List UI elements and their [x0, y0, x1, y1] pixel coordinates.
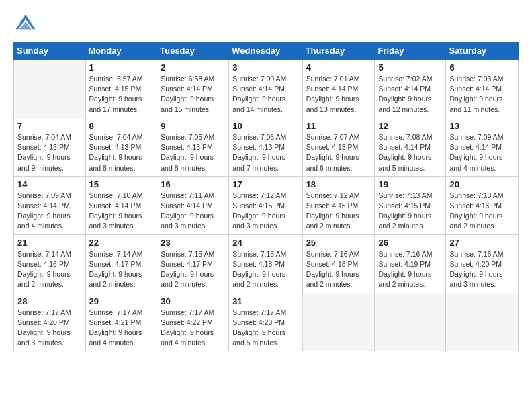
calendar-week-row-5: 28Sunrise: 7:17 AMSunset: 4:20 PMDayligh… — [14, 293, 519, 351]
day-info: Sunrise: 7:00 AMSunset: 4:14 PMDaylight:… — [232, 74, 298, 115]
logo-icon — [13, 12, 38, 36]
day-info: Sunrise: 7:12 AMSunset: 4:15 PMDaylight:… — [232, 191, 298, 232]
day-info: Sunrise: 6:58 AMSunset: 4:14 PMDaylight:… — [161, 74, 225, 115]
day-info: Sunrise: 7:01 AMSunset: 4:14 PMDaylight:… — [306, 74, 371, 115]
calendar-week-row-3: 14Sunrise: 7:09 AMSunset: 4:14 PMDayligh… — [14, 176, 519, 234]
day-number: 15 — [89, 179, 154, 189]
calendar-cell: 28Sunrise: 7:17 AMSunset: 4:20 PMDayligh… — [14, 293, 86, 351]
day-info: Sunrise: 7:11 AMSunset: 4:14 PMDaylight:… — [161, 191, 225, 232]
day-info: Sunrise: 7:12 AMSunset: 4:15 PMDaylight:… — [306, 191, 371, 232]
day-info: Sunrise: 7:16 AMSunset: 4:19 PMDaylight:… — [378, 249, 442, 290]
day-number: 28 — [17, 296, 82, 306]
day-number: 24 — [232, 238, 298, 248]
calendar-cell: 15Sunrise: 7:10 AMSunset: 4:14 PMDayligh… — [85, 176, 157, 234]
day-info: Sunrise: 7:03 AMSunset: 4:14 PMDaylight:… — [449, 74, 515, 115]
day-number: 23 — [161, 238, 225, 248]
day-number: 30 — [161, 296, 225, 306]
day-number: 12 — [378, 121, 442, 131]
day-number: 17 — [232, 179, 298, 189]
day-number: 25 — [306, 238, 371, 248]
weekday-header-tuesday: Tuesday — [157, 42, 229, 60]
calendar-cell: 7Sunrise: 7:04 AMSunset: 4:13 PMDaylight… — [14, 118, 86, 176]
day-number: 21 — [17, 238, 82, 248]
calendar-cell — [375, 293, 446, 351]
day-number: 31 — [232, 296, 298, 306]
calendar-cell: 31Sunrise: 7:17 AMSunset: 4:23 PMDayligh… — [229, 293, 302, 351]
day-number: 20 — [449, 179, 515, 189]
day-number: 9 — [161, 121, 225, 131]
day-info: Sunrise: 7:17 AMSunset: 4:23 PMDaylight:… — [232, 308, 298, 349]
calendar-cell: 27Sunrise: 7:16 AMSunset: 4:20 PMDayligh… — [446, 234, 519, 293]
day-info: Sunrise: 7:17 AMSunset: 4:21 PMDaylight:… — [89, 308, 154, 349]
calendar-cell: 23Sunrise: 7:15 AMSunset: 4:17 PMDayligh… — [157, 234, 229, 293]
logo — [13, 12, 40, 36]
calendar-cell — [302, 293, 375, 351]
calendar-cell: 30Sunrise: 7:17 AMSunset: 4:22 PMDayligh… — [157, 293, 229, 351]
day-number: 22 — [89, 238, 154, 248]
calendar-cell: 17Sunrise: 7:12 AMSunset: 4:15 PMDayligh… — [229, 176, 302, 234]
day-info: Sunrise: 7:14 AMSunset: 4:17 PMDaylight:… — [89, 249, 154, 290]
calendar-cell: 5Sunrise: 7:02 AMSunset: 4:14 PMDaylight… — [375, 60, 446, 118]
calendar-cell: 2Sunrise: 6:58 AMSunset: 4:14 PMDaylight… — [157, 60, 229, 118]
day-info: Sunrise: 7:14 AMSunset: 4:16 PMDaylight:… — [17, 249, 82, 290]
calendar-cell: 8Sunrise: 7:04 AMSunset: 4:13 PMDaylight… — [85, 118, 157, 176]
weekday-header-saturday: Saturday — [446, 42, 519, 60]
day-info: Sunrise: 7:17 AMSunset: 4:20 PMDaylight:… — [17, 308, 82, 349]
day-number: 18 — [306, 179, 371, 189]
page: SundayMondayTuesdayWednesdayThursdayFrid… — [0, 0, 532, 411]
day-number: 19 — [378, 179, 442, 189]
weekday-header-row: SundayMondayTuesdayWednesdayThursdayFrid… — [14, 42, 519, 60]
day-info: Sunrise: 7:07 AMSunset: 4:13 PMDaylight:… — [306, 132, 371, 173]
weekday-header-thursday: Thursday — [302, 42, 375, 60]
day-info: Sunrise: 7:16 AMSunset: 4:20 PMDaylight:… — [449, 249, 515, 290]
day-info: Sunrise: 7:08 AMSunset: 4:14 PMDaylight:… — [378, 132, 442, 173]
calendar-cell: 10Sunrise: 7:06 AMSunset: 4:13 PMDayligh… — [229, 118, 302, 176]
calendar-week-row-1: 1Sunrise: 6:57 AMSunset: 4:15 PMDaylight… — [14, 60, 519, 118]
day-number: 13 — [449, 121, 515, 131]
calendar-cell — [446, 293, 519, 351]
calendar-cell: 25Sunrise: 7:16 AMSunset: 4:18 PMDayligh… — [302, 234, 375, 293]
weekday-header-monday: Monday — [85, 42, 157, 60]
calendar-cell: 22Sunrise: 7:14 AMSunset: 4:17 PMDayligh… — [85, 234, 157, 293]
day-info: Sunrise: 7:17 AMSunset: 4:22 PMDaylight:… — [161, 308, 225, 349]
day-info: Sunrise: 6:57 AMSunset: 4:15 PMDaylight:… — [89, 74, 154, 115]
calendar-cell: 14Sunrise: 7:09 AMSunset: 4:14 PMDayligh… — [14, 176, 86, 234]
day-number: 2 — [161, 62, 225, 73]
day-info: Sunrise: 7:15 AMSunset: 4:18 PMDaylight:… — [232, 249, 298, 290]
calendar-cell: 18Sunrise: 7:12 AMSunset: 4:15 PMDayligh… — [302, 176, 375, 234]
calendar-cell: 1Sunrise: 6:57 AMSunset: 4:15 PMDaylight… — [85, 60, 157, 118]
day-number: 10 — [232, 121, 298, 131]
day-number: 29 — [89, 296, 154, 306]
calendar-table: SundayMondayTuesdayWednesdayThursdayFrid… — [13, 42, 519, 351]
day-info: Sunrise: 7:04 AMSunset: 4:13 PMDaylight:… — [17, 132, 82, 173]
calendar-cell: 3Sunrise: 7:00 AMSunset: 4:14 PMDaylight… — [229, 60, 302, 118]
day-number: 3 — [232, 62, 298, 73]
day-info: Sunrise: 7:06 AMSunset: 4:13 PMDaylight:… — [232, 132, 298, 173]
day-info: Sunrise: 7:13 AMSunset: 4:16 PMDaylight:… — [449, 191, 515, 232]
calendar-cell: 29Sunrise: 7:17 AMSunset: 4:21 PMDayligh… — [85, 293, 157, 351]
calendar-cell: 20Sunrise: 7:13 AMSunset: 4:16 PMDayligh… — [446, 176, 519, 234]
day-info: Sunrise: 7:15 AMSunset: 4:17 PMDaylight:… — [161, 249, 225, 290]
day-info: Sunrise: 7:04 AMSunset: 4:13 PMDaylight:… — [89, 132, 154, 173]
calendar-cell — [14, 60, 86, 118]
calendar-cell: 4Sunrise: 7:01 AMSunset: 4:14 PMDaylight… — [302, 60, 375, 118]
day-number: 5 — [378, 62, 442, 73]
day-number: 1 — [89, 62, 154, 73]
day-number: 14 — [17, 179, 82, 189]
day-number: 27 — [449, 238, 515, 248]
calendar-week-row-2: 7Sunrise: 7:04 AMSunset: 4:13 PMDaylight… — [14, 118, 519, 176]
calendar-cell: 26Sunrise: 7:16 AMSunset: 4:19 PMDayligh… — [375, 234, 446, 293]
day-info: Sunrise: 7:13 AMSunset: 4:15 PMDaylight:… — [378, 191, 442, 232]
day-number: 6 — [449, 62, 515, 73]
calendar-cell: 19Sunrise: 7:13 AMSunset: 4:15 PMDayligh… — [375, 176, 446, 234]
calendar-cell: 9Sunrise: 7:05 AMSunset: 4:13 PMDaylight… — [157, 118, 229, 176]
day-info: Sunrise: 7:10 AMSunset: 4:14 PMDaylight:… — [89, 191, 154, 232]
day-info: Sunrise: 7:09 AMSunset: 4:14 PMDaylight:… — [17, 191, 82, 232]
calendar-cell: 6Sunrise: 7:03 AMSunset: 4:14 PMDaylight… — [446, 60, 519, 118]
calendar-cell: 21Sunrise: 7:14 AMSunset: 4:16 PMDayligh… — [14, 234, 86, 293]
calendar-cell: 13Sunrise: 7:09 AMSunset: 4:14 PMDayligh… — [446, 118, 519, 176]
calendar-week-row-4: 21Sunrise: 7:14 AMSunset: 4:16 PMDayligh… — [14, 234, 519, 293]
calendar-cell: 12Sunrise: 7:08 AMSunset: 4:14 PMDayligh… — [375, 118, 446, 176]
day-number: 26 — [378, 238, 442, 248]
weekday-header-friday: Friday — [375, 42, 446, 60]
